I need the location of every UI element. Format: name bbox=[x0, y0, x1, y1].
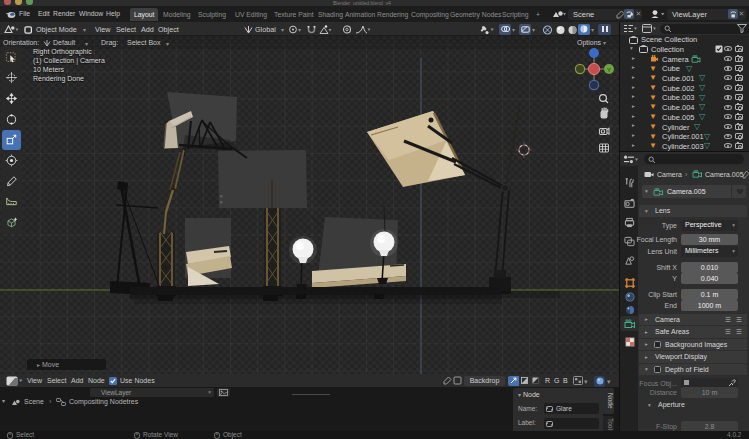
svg-text:Y: Y bbox=[607, 67, 611, 73]
